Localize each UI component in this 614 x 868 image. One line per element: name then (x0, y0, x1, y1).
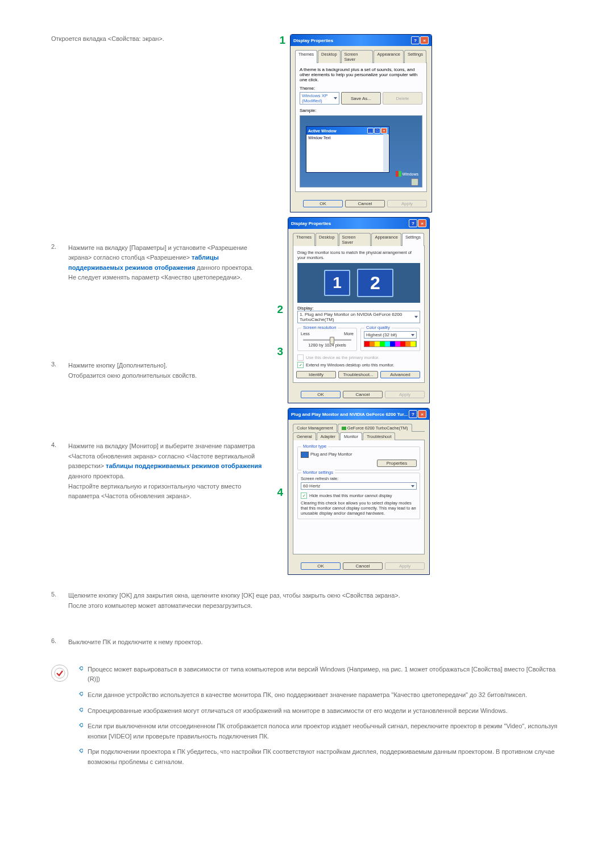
minimize-icon: _ (367, 128, 374, 133)
extend-checkbox[interactable]: ✓ (297, 362, 304, 368)
close-icon[interactable]: × (418, 410, 426, 418)
svg-rect-4 (80, 723, 83, 727)
windows-logo: Windows (396, 171, 418, 177)
screenshot-column: 1 Display Properties ?× Themes Desktop S… (273, 34, 563, 579)
delete-button: Delete (383, 92, 422, 105)
theme-sample: Active Window _□× Window Text Windows (300, 115, 422, 187)
monitor-arrangement[interactable]: 1 2 (297, 263, 420, 303)
step-2: 2. Нажмите на вкладку [Параметры] и уста… (51, 243, 267, 283)
monitor-1[interactable]: 1 (324, 270, 350, 296)
recycle-bin-icon (411, 178, 418, 186)
refresh-rate-select[interactable]: 60 Hertz (301, 482, 417, 490)
bullet-icon (78, 665, 83, 685)
notes-section: Процесс может варьироваться в зависимост… (51, 665, 563, 773)
ok-button[interactable]: OK (301, 391, 341, 398)
close-icon[interactable]: × (418, 219, 426, 227)
bullet-icon (78, 747, 83, 767)
theme-select[interactable]: Windows XP (Modified) (300, 92, 339, 105)
tab-themes[interactable]: Themes (295, 50, 317, 63)
monitor-icon (301, 452, 309, 458)
primary-checkbox (297, 354, 304, 361)
close-icon: × (381, 128, 387, 133)
advanced-button[interactable]: Advanced (380, 371, 420, 378)
apply-button: Apply (387, 200, 427, 207)
note-item: Процесс может варьироваться в зависимост… (78, 665, 563, 685)
troubleshoot-button[interactable]: Troubleshoot... (338, 371, 378, 378)
nvidia-icon (342, 427, 346, 430)
note-item: При подключении проектора к ПК убедитесь… (78, 747, 563, 767)
svg-rect-2 (80, 692, 83, 696)
svg-rect-5 (80, 749, 83, 753)
note-item: Спроецированные изображения могут отлича… (78, 706, 563, 716)
intro-text: Откроется вкладка <Свойства: экран>. (51, 34, 267, 44)
monitor-properties: Plug and Play Monitor and NVIDIA GeForce… (288, 408, 430, 575)
link-2[interactable]: таблицы поддерживаемых режимов отображен… (106, 462, 262, 469)
help-icon[interactable]: ? (409, 219, 417, 227)
identify-button[interactable]: Identify (296, 371, 336, 378)
tab-appearance[interactable]: Appearance (374, 50, 403, 63)
save-as-button[interactable]: Save As... (341, 92, 381, 105)
color-bar (364, 341, 417, 347)
apply-button: Apply (385, 391, 425, 398)
display-select[interactable]: 1. Plug and Play Monitor on NVIDIA GeFor… (297, 311, 420, 323)
resolution-slider[interactable] (303, 339, 351, 341)
bullet-icon (78, 706, 83, 716)
display-properties-themes: Display Properties ?× Themes Desktop Scr… (290, 34, 432, 212)
close-icon[interactable]: × (420, 36, 429, 44)
callout-2: 2 (273, 303, 285, 316)
svg-rect-3 (80, 708, 83, 712)
note-icon (51, 665, 68, 682)
svg-rect-1 (80, 666, 83, 670)
color-quality-select[interactable]: Highest (32 bit) (364, 331, 417, 339)
note-item: Если данное устройство используется в ка… (78, 690, 563, 700)
cancel-button[interactable]: Cancel (343, 391, 383, 398)
instructions-column: Откроется вкладка <Свойства: экран>. 2. … (51, 34, 267, 579)
monitor-2[interactable]: 2 (357, 269, 393, 297)
ok-button[interactable]: OK (301, 562, 341, 570)
display-properties-settings: Display Properties ?× Themes Desktop Scr… (288, 217, 430, 403)
bullet-icon (78, 721, 83, 741)
tabs: Themes Desktop Screen Saver Appearance S… (295, 49, 427, 63)
maximize-icon: □ (374, 128, 380, 133)
tab-monitor[interactable]: Monitor (340, 432, 362, 440)
apply-button: Apply (385, 562, 425, 570)
properties-button[interactable]: Properties (377, 460, 417, 467)
svg-point-0 (55, 668, 65, 678)
bullet-icon (78, 690, 83, 700)
note-item: Если при выключенном или отсоединенном П… (78, 721, 563, 741)
tab-settings[interactable]: Settings (402, 233, 424, 246)
callout-4: 4 (273, 486, 285, 499)
step-3: 3. Нажмите кнопку [Дополнительно]. Отобр… (51, 361, 267, 381)
step-4: 4. Нажмите на вкладку [Монитор] и выбери… (51, 441, 267, 502)
help-icon[interactable]: ? (409, 410, 417, 418)
hide-modes-checkbox[interactable]: ✓ (301, 493, 307, 499)
callout-3: 3 (273, 345, 285, 358)
callout-1: 1 (273, 34, 288, 217)
ok-button[interactable]: OK (303, 200, 343, 207)
cancel-button[interactable]: Cancel (345, 200, 385, 207)
tabs: Themes Desktop Screen Saver Appearance S… (293, 232, 425, 246)
cancel-button[interactable]: Cancel (343, 562, 383, 570)
step-5: 5. Щелкните кнопку [OK] для закрытия окн… (51, 591, 563, 611)
tab-desktop[interactable]: Desktop (318, 50, 341, 63)
help-icon[interactable]: ? (411, 36, 420, 44)
tab-settings[interactable]: Settings (404, 50, 426, 63)
step-6: 6. Выключите ПК и подключите к нему прое… (51, 637, 563, 648)
tab-screensaver[interactable]: Screen Saver (341, 50, 374, 63)
